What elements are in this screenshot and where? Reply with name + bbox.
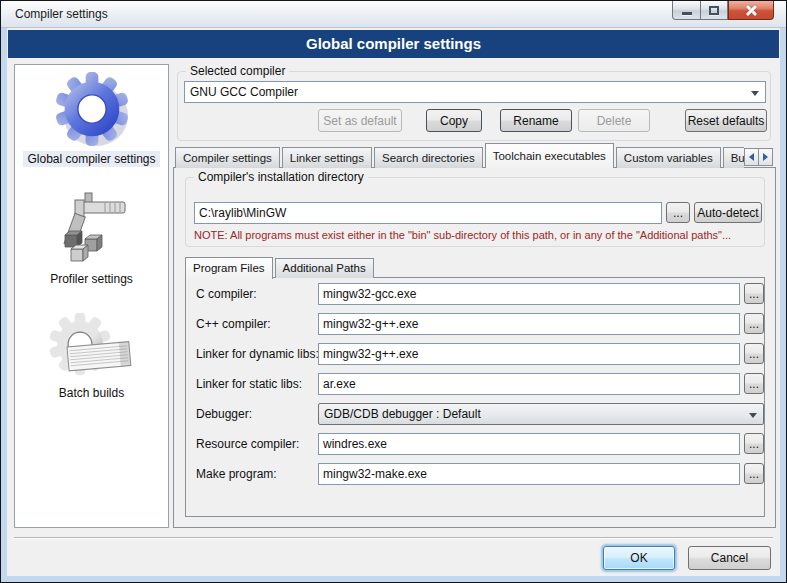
window-title: Compiler settings	[15, 7, 108, 21]
chevron-down-icon	[749, 413, 757, 418]
install-directory-input[interactable]	[194, 202, 662, 224]
window-controls	[672, 1, 774, 20]
gear-blue-icon	[53, 69, 131, 149]
titlebar: Compiler settings	[1, 1, 786, 28]
program-files-panel: C compiler: ... C++ compiler: ... Linker…	[185, 277, 765, 517]
maximize-button[interactable]	[701, 1, 728, 20]
copy-button[interactable]: Copy	[426, 109, 482, 132]
caliper-icon	[49, 187, 133, 269]
linker-dynamic-input[interactable]	[318, 343, 740, 365]
arrow-left-icon	[749, 153, 754, 161]
sidebar-item-label: Profiler settings	[46, 271, 137, 287]
note-text: NOTE: All programs must exist either in …	[194, 229, 731, 241]
resource-compiler-input[interactable]	[318, 433, 740, 455]
compiler-select[interactable]: GNU GCC Compiler	[184, 81, 766, 103]
selected-compiler-group-label: Selected compiler	[186, 64, 289, 78]
tab-compiler-settings[interactable]: Compiler settings	[175, 147, 280, 168]
install-directory-group: Compiler's installation directory ... Au…	[185, 177, 765, 247]
page-title: Global compiler settings	[8, 30, 779, 58]
minimize-button[interactable]	[672, 1, 701, 20]
cpp-compiler-input[interactable]	[318, 313, 740, 335]
sidebar-item-batch-builds[interactable]: Batch builds	[49, 313, 135, 401]
cpp-compiler-browse-button[interactable]: ...	[744, 313, 764, 334]
sub-tabstrip: Program Files Additional Paths	[185, 256, 376, 278]
tab-linker-settings[interactable]: Linker settings	[282, 147, 372, 168]
auto-detect-button[interactable]: Auto-detect	[694, 202, 762, 223]
tab-build-options[interactable]: Build options	[723, 147, 744, 168]
main-tabstrip: Compiler settings Linker settings Search…	[175, 142, 744, 168]
debugger-label: Debugger:	[196, 403, 252, 425]
close-button[interactable]	[728, 1, 774, 20]
tab-custom-variables[interactable]: Custom variables	[616, 147, 721, 168]
delete-button[interactable]: Delete	[578, 109, 650, 132]
maximize-icon	[709, 6, 719, 15]
install-directory-browse-button[interactable]: ...	[666, 202, 690, 223]
linker-static-browse-button[interactable]: ...	[744, 373, 764, 394]
cancel-button[interactable]: Cancel	[688, 546, 771, 570]
make-program-label: Make program:	[196, 463, 277, 485]
footer-divider	[14, 537, 773, 539]
debugger-select[interactable]: GDB/CDB debugger : Default	[318, 403, 764, 425]
sidebar-item-global-compiler-settings[interactable]: Global compiler settings	[23, 69, 159, 167]
settings-category-list: Global compiler settings	[14, 64, 169, 528]
tab-search-directories[interactable]: Search directories	[374, 147, 483, 168]
minimize-icon	[682, 12, 692, 15]
arrow-right-icon	[763, 153, 768, 161]
set-as-default-button[interactable]: Set as default	[318, 109, 402, 132]
linker-static-input[interactable]	[318, 373, 740, 395]
sidebar-item-label: Global compiler settings	[23, 151, 159, 167]
reset-defaults-button[interactable]: Reset defaults	[685, 109, 767, 132]
resource-compiler-label: Resource compiler:	[196, 433, 299, 455]
linker-static-label: Linker for static libs:	[196, 373, 302, 395]
close-icon	[745, 4, 758, 17]
c-compiler-input[interactable]	[318, 283, 740, 305]
sidebar-item-profiler-settings[interactable]: Profiler settings	[46, 187, 137, 287]
resource-compiler-browse-button[interactable]: ...	[744, 433, 764, 454]
ok-button[interactable]: OK	[603, 546, 675, 570]
compiler-select-value: GNU GCC Compiler	[190, 85, 298, 99]
subtab-program-files[interactable]: Program Files	[185, 257, 273, 279]
make-program-browse-button[interactable]: ...	[744, 463, 764, 484]
sidebar-item-label: Batch builds	[55, 385, 128, 401]
cpp-compiler-label: C++ compiler:	[196, 313, 271, 335]
rename-button[interactable]: Rename	[500, 109, 572, 132]
linker-dynamic-label: Linker for dynamic libs:	[196, 343, 319, 365]
subtab-additional-paths[interactable]: Additional Paths	[275, 258, 374, 278]
linker-dynamic-browse-button[interactable]: ...	[744, 343, 764, 364]
chevron-down-icon	[751, 91, 759, 96]
tab-scroll-right-button[interactable]	[758, 148, 773, 166]
tab-scroll-left-button[interactable]	[744, 148, 759, 166]
install-directory-group-label: Compiler's installation directory	[194, 170, 368, 184]
gear-papers-icon	[49, 313, 135, 383]
c-compiler-label: C compiler:	[196, 283, 257, 305]
tab-toolchain-executables[interactable]: Toolchain executables	[485, 143, 614, 168]
make-program-input[interactable]	[318, 463, 740, 485]
compiler-settings-dialog: Compiler settings Global compiler settin…	[0, 0, 787, 583]
debugger-select-value: GDB/CDB debugger : Default	[324, 407, 481, 421]
c-compiler-browse-button[interactable]: ...	[744, 283, 764, 304]
